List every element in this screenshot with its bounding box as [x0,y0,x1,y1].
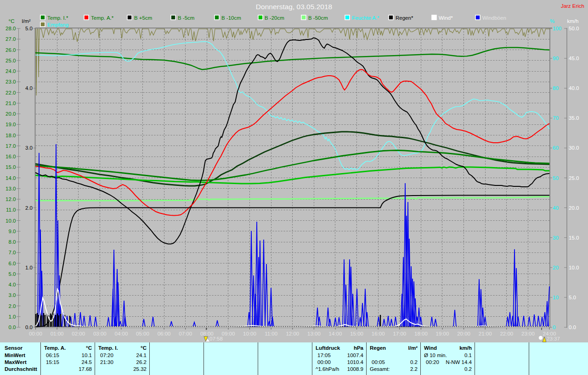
svg-text:Regen*: Regen* [396,15,413,21]
svg-text:0: 0 [553,325,555,330]
svg-text:12.0: 12.0 [6,196,16,202]
svg-text:Temp. A.*: Temp. A.* [91,15,114,21]
svg-text:40: 40 [553,205,559,211]
svg-text:2.0: 2.0 [9,303,16,309]
svg-text:03:00: 03:00 [93,331,107,336]
svg-text:%: % [550,18,554,24]
svg-text:Wind*: Wind* [439,15,453,21]
svg-text:18:00: 18:00 [414,331,428,336]
svg-text:18.0: 18.0 [6,133,16,138]
svg-text:09:00: 09:00 [222,331,235,336]
svg-text:16.0: 16.0 [6,154,16,159]
svg-text:23:37: 23:37 [547,336,560,341]
svg-text:30: 30 [553,235,559,241]
svg-text:07:58: 07:58 [209,336,223,341]
svg-text:27.0: 27.0 [6,36,16,42]
svg-text:B -20cm: B -20cm [265,15,284,21]
svg-text:35.0: 35.0 [569,115,579,121]
svg-text:17.0: 17.0 [6,143,16,149]
svg-text:20.0: 20.0 [6,111,16,117]
svg-text:70: 70 [553,115,559,121]
svg-text:07:00: 07:00 [179,331,192,336]
svg-text:45.0: 45.0 [569,56,579,61]
svg-text:23.0: 23.0 [6,79,16,84]
svg-text:20: 20 [553,265,559,270]
svg-text:11:00: 11:00 [265,331,277,336]
svg-text:30.0: 30.0 [569,145,579,151]
svg-text:50: 50 [553,175,559,181]
svg-text:6.0: 6.0 [9,261,16,266]
svg-text:21:00: 21:00 [479,331,492,336]
svg-text:17:00: 17:00 [393,331,406,336]
svg-text:08:00: 08:00 [200,331,214,336]
svg-text:10.0: 10.0 [569,265,579,270]
svg-text:02:00: 02:00 [72,331,85,336]
svg-text:3.0: 3.0 [25,145,33,151]
svg-text:24:00: 24:00 [543,331,556,336]
svg-text:13.0: 13.0 [6,186,16,191]
svg-text:5.0: 5.0 [569,295,576,300]
svg-text:20.0: 20.0 [569,205,579,211]
svg-text:2.0: 2.0 [25,205,33,211]
svg-text:12:00: 12:00 [286,331,299,336]
svg-text:15:00: 15:00 [350,331,363,336]
svg-text:B -10cm: B -10cm [221,15,241,21]
svg-text:B -50cm: B -50cm [308,15,328,21]
svg-text:28.0: 28.0 [6,26,16,31]
svg-text:40.0: 40.0 [569,85,579,91]
svg-text:km/h: km/h [567,18,579,24]
svg-text:Jarz Erich: Jarz Erich [561,3,584,9]
svg-text:01:00: 01:00 [51,331,64,336]
svg-text:l/m²: l/m² [22,18,30,24]
svg-text:10: 10 [553,295,559,300]
svg-text:9.0: 9.0 [9,229,16,234]
svg-text:100: 100 [553,26,561,31]
svg-text:Empfang: Empfang [47,22,68,28]
svg-text:14:00: 14:00 [329,331,342,336]
svg-text:25.0: 25.0 [569,175,579,181]
svg-text:20:00: 20:00 [457,331,470,336]
svg-text:21.0: 21.0 [6,101,16,106]
svg-text:25.0: 25.0 [6,58,16,63]
svg-text:80: 80 [553,85,559,91]
svg-text:Feuchte A.*: Feuchte A.* [352,15,379,21]
svg-text:22.0: 22.0 [6,90,16,95]
svg-text:13:00: 13:00 [307,331,321,336]
svg-text:05:00: 05:00 [136,331,149,336]
svg-text:15.0: 15.0 [6,164,16,170]
svg-text:7.0: 7.0 [9,250,16,255]
svg-text:Windböen: Windböen [482,15,506,21]
svg-text:8.0: 8.0 [9,239,16,245]
svg-text:B -5cm: B -5cm [178,15,194,21]
svg-text:Donnerstag, 03.05.2018: Donnerstag, 03.05.2018 [256,3,332,11]
svg-text:4.0: 4.0 [9,282,16,287]
svg-text:50.0: 50.0 [569,26,579,31]
svg-text:04:00: 04:00 [115,331,128,336]
svg-text:1.0: 1.0 [9,314,16,319]
svg-text:10.0: 10.0 [6,218,16,224]
svg-text:19:00: 19:00 [436,331,449,336]
svg-text:10:00: 10:00 [243,331,256,336]
svg-text:Temp. I.*: Temp. I.* [47,15,68,21]
svg-text:1.0: 1.0 [25,265,33,270]
svg-text:0.0: 0.0 [25,325,33,330]
svg-text:0.0: 0.0 [569,325,576,330]
svg-text:0.0: 0.0 [9,325,16,330]
svg-text:22:00: 22:00 [500,331,513,336]
svg-text:14.0: 14.0 [6,175,16,181]
svg-text:90: 90 [553,56,559,61]
svg-text:5.0: 5.0 [25,26,33,31]
svg-text:60: 60 [553,145,559,151]
svg-text:3.0: 3.0 [9,292,16,298]
svg-text:4.0: 4.0 [25,85,33,91]
svg-text:06:00: 06:00 [158,331,171,336]
svg-text:°C: °C [9,18,15,24]
svg-text:15.0: 15.0 [569,235,579,241]
svg-text:B +5cm: B +5cm [134,15,152,21]
svg-text:26.0: 26.0 [6,47,16,53]
svg-text:5.0: 5.0 [9,271,16,277]
svg-text:23:00: 23:00 [521,331,535,336]
svg-text:00:00: 00:00 [29,331,42,336]
svg-text:16:00: 16:00 [372,331,385,336]
svg-text:19.0: 19.0 [6,122,16,127]
